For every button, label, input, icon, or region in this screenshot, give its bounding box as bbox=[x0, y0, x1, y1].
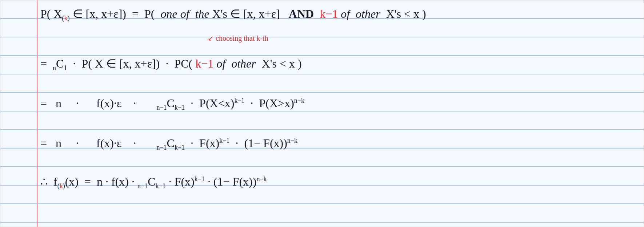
equation-line-5: = n · f(x)·ε · n−1Ck−1 · F(x)k−1 · (1− F… bbox=[40, 137, 636, 151]
annotation-line-2: ↙ choosing that k-th bbox=[208, 34, 268, 42]
annotation-text: choosing that k-th bbox=[216, 34, 268, 42]
line1-text: P( X(k) ∈ [x, x+ε]) = P( one of the X's … bbox=[40, 7, 426, 20]
equation-line-6: ∴ f(k)(x) = n · f(x) · n−1Ck−1 · F(x)k−1… bbox=[40, 175, 636, 190]
equation-line-3: = nC1 · P( X ∈ [x, x+ε]) · PC( k−1 of ot… bbox=[40, 57, 636, 72]
equation-line-1: P( X(k) ∈ [x, x+ε]) = P( one of the X's … bbox=[40, 7, 636, 22]
notebook-page: P( X(k) ∈ [x, x+ε]) = P( one of the X's … bbox=[0, 0, 644, 227]
equation-line-4: = n · f(x)·ε · n−1Ck−1 · P(X<x)k−1 · P(X… bbox=[40, 97, 636, 112]
line5-text: = n · f(x)·ε · n−1Ck−1 · F(x)k−1 · (1− F… bbox=[40, 137, 297, 150]
line3-text: = nC1 · P( X ∈ [x, x+ε]) · PC( k−1 of ot… bbox=[40, 57, 302, 70]
math-content: P( X(k) ∈ [x, x+ε]) = P( one of the X's … bbox=[40, 0, 636, 227]
line6-text: ∴ f(k)(x) = n · f(x) · n−1Ck−1 · F(x)k−1… bbox=[40, 175, 267, 188]
arrow-symbol: ↙ bbox=[208, 34, 216, 42]
line4-text: = n · f(x)·ε · n−1Ck−1 · P(X<x)k−1 · P(X… bbox=[40, 97, 304, 110]
